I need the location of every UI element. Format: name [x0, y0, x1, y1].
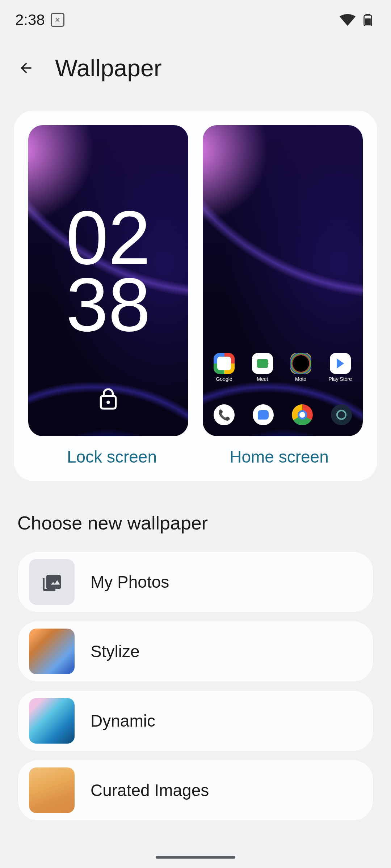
category-list: My Photos Stylize Dynamic Curated Images — [0, 552, 391, 820]
app-meet-label: Meet — [257, 376, 268, 382]
header: Wallpaper — [0, 40, 391, 111]
wifi-icon — [340, 14, 356, 26]
preview-card: 02 38 Google Meet Moto Play Store — [14, 111, 377, 481]
lock-icon — [99, 388, 117, 411]
app-messages-icon — [253, 404, 274, 425]
status-bar: 2:38 × — [0, 0, 391, 40]
home-screen-preview[interactable]: Google Meet Moto Play Store — [203, 125, 363, 436]
category-label: Dynamic — [91, 711, 155, 731]
lock-clock-minute: 38 — [28, 272, 188, 339]
category-curated[interactable]: Curated Images — [18, 760, 373, 820]
app-meet-icon — [252, 353, 273, 374]
category-label: My Photos — [91, 572, 169, 592]
dynamic-thumb — [29, 698, 75, 744]
app-chrome-icon — [292, 404, 313, 425]
category-my-photos[interactable]: My Photos — [18, 552, 373, 612]
app-phone-icon — [214, 404, 235, 425]
dismissed-notif-icon: × — [51, 13, 64, 27]
app-google-icon — [214, 353, 235, 374]
battery-icon — [360, 14, 376, 26]
svg-point-4 — [106, 400, 110, 404]
curated-thumb — [29, 767, 75, 813]
status-time: 2:38 — [15, 11, 45, 29]
app-playstore-icon — [330, 353, 351, 374]
svg-rect-2 — [365, 18, 371, 25]
app-moto-label: Moto — [295, 376, 306, 382]
back-button[interactable] — [17, 59, 35, 77]
photo-library-icon — [41, 571, 63, 593]
page-title: Wallpaper — [55, 54, 162, 82]
lock-screen-preview[interactable]: 02 38 — [28, 125, 188, 436]
app-google-label: Google — [216, 376, 232, 382]
app-moto-icon — [290, 353, 311, 374]
stylize-thumb — [29, 629, 75, 674]
navigation-handle[interactable] — [156, 856, 235, 859]
section-heading: Choose new wallpaper — [0, 503, 391, 552]
app-playstore-label: Play Store — [328, 376, 352, 382]
category-stylize[interactable]: Stylize — [18, 621, 373, 681]
home-screen-label[interactable]: Home screen — [196, 447, 363, 467]
category-label: Stylize — [91, 642, 139, 661]
lock-screen-clock: 02 38 — [28, 205, 188, 339]
category-label: Curated Images — [91, 780, 209, 800]
lock-screen-label[interactable]: Lock screen — [28, 447, 196, 467]
lock-clock-hour: 02 — [28, 205, 188, 272]
category-dynamic[interactable]: Dynamic — [18, 691, 373, 751]
my-photos-thumb — [29, 559, 75, 605]
app-camera-icon — [331, 404, 352, 425]
